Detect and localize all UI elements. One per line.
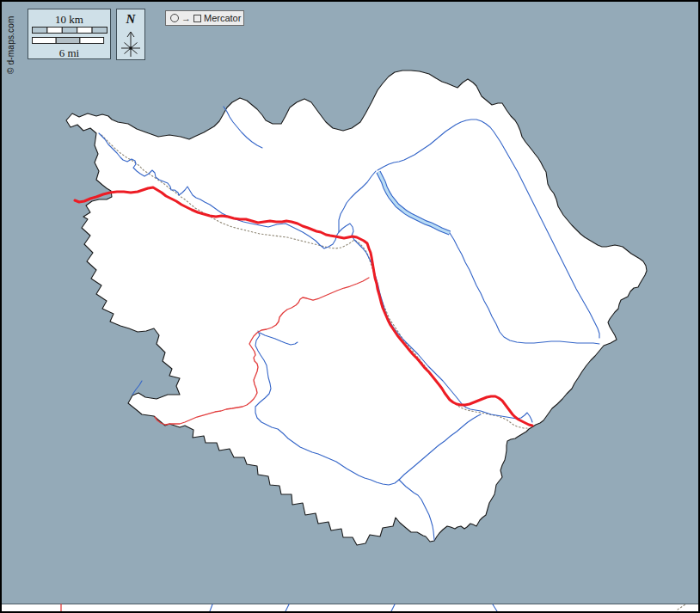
scale-bar-panel: 10 km 6 mi [28,9,111,59]
north-arrow-panel: N [116,9,145,60]
bottom-neighbor-strip [2,604,698,612]
attribution-text: © d-maps.com [6,15,15,74]
map-image [2,2,698,611]
compass-icon [117,9,144,59]
map-viewport: 10 km 6 mi N [0,0,700,613]
arrow-right-icon: → [181,14,191,22]
projection-label: Mercator [204,13,241,23]
scale-bar-km [33,28,107,34]
scale-bar-mi [33,38,104,44]
scale-mi-label: 6 mi [28,47,110,58]
river-southwest-stub [132,381,142,395]
circle-icon [170,14,179,22]
square-icon [193,15,201,22]
projection-button[interactable]: → Mercator [165,10,244,26]
